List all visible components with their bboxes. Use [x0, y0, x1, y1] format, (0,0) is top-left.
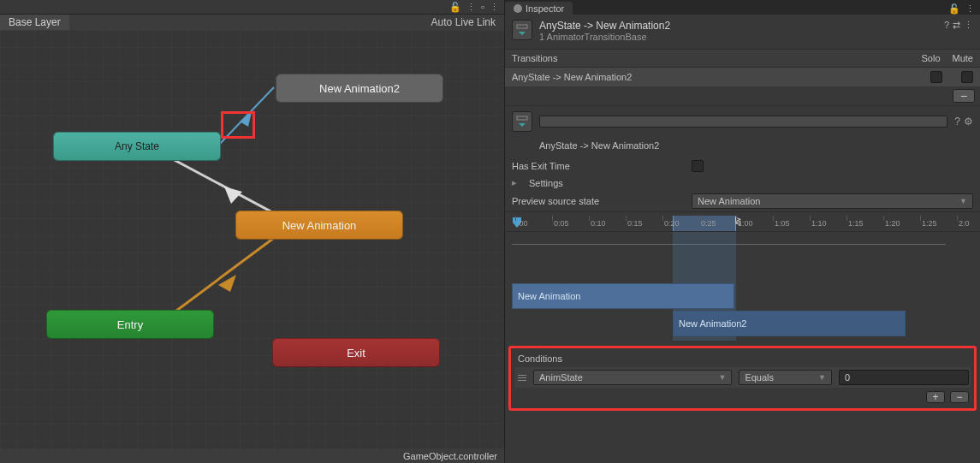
transition-icon: [512, 111, 532, 132]
tick-label: 1:10: [811, 219, 827, 228]
transition-item-label: AnyState -> New Animation2: [512, 72, 632, 82]
foldout-icon: ▸: [512, 177, 520, 188]
condition-value-input[interactable]: [839, 370, 969, 385]
svg-marker-5: [218, 275, 236, 292]
conditions-label: Conditions: [514, 350, 971, 367]
condition-operator-dropdown[interactable]: Equals ▼: [739, 370, 832, 385]
has-exit-time-checkbox[interactable]: [692, 160, 704, 172]
timeline-ruler[interactable]: ⧎ :000:050:100:150:200:251:001:051:101:1…: [505, 216, 980, 231]
preset-icon[interactable]: ⇄: [953, 20, 960, 31]
drag-handle-icon[interactable]: [516, 372, 526, 383]
help-icon[interactable]: ?: [944, 20, 949, 31]
inspector-header: AnyState -> New Animation2 1 AnimatorTra…: [505, 15, 980, 49]
solo-label: Solo: [922, 53, 941, 63]
transitions-section-head: Transitions Solo Mute: [505, 49, 980, 68]
remove-condition-button[interactable]: −: [950, 391, 969, 403]
has-exit-time-row: Has Exit Time: [505, 157, 980, 175]
transition-name-field[interactable]: [539, 116, 947, 128]
inspector-title: AnyState -> New Animation2: [539, 20, 937, 32]
conditions-section: Conditions AnimState ▼ Equals ▼ + −: [508, 346, 977, 411]
tick-label: 2:0: [959, 219, 970, 228]
animator-graph[interactable]: New Animation2 Any State New Animation E…: [0, 30, 504, 448]
preview-source-dropdown[interactable]: New Animation ▼: [692, 193, 973, 209]
preview-source-label: Preview source state: [512, 196, 683, 206]
has-exit-time-label: Has Exit Time: [512, 161, 683, 171]
svg-marker-1: [240, 112, 252, 127]
settings-label: Settings: [529, 178, 563, 188]
solo-checkbox[interactable]: [930, 71, 942, 83]
breadcrumb[interactable]: Base Layer: [0, 15, 69, 30]
add-condition-button[interactable]: +: [926, 391, 945, 403]
tick-label: 1:05: [775, 219, 790, 228]
tick-label: 1:20: [885, 219, 900, 228]
menu-icon[interactable]: ⋮: [490, 2, 499, 13]
svg-marker-3: [224, 187, 242, 204]
timeline-tracks[interactable]: New Animation New Animation2: [505, 231, 980, 341]
inspector-subtitle: 1 AnimatorTransitionBase: [539, 32, 937, 42]
dropdown-value: AnimState: [539, 372, 583, 383]
tab-inspector[interactable]: Inspector: [505, 2, 573, 15]
clip-2[interactable]: New Animation2: [673, 311, 906, 336]
chevron-down-icon: ▼: [959, 197, 967, 205]
svg-rect-7: [517, 116, 527, 120]
footer-bar: GameObject.controller: [0, 448, 504, 463]
tick-label: 1:25: [922, 219, 937, 228]
tab-label: Inspector: [526, 3, 564, 14]
breadcrumb-bar: Base Layer Auto Live Link: [0, 15, 504, 30]
transition-highlight: [221, 111, 255, 139]
clip-1[interactable]: New Animation: [512, 283, 734, 309]
transition-name-display: AnyState -> New Animation2: [505, 137, 980, 157]
state-node-exit[interactable]: Exit: [272, 338, 440, 367]
tick-label: :00: [517, 219, 528, 228]
mute-checkbox[interactable]: [961, 71, 973, 83]
state-node-new-animation[interactable]: New Animation: [235, 211, 403, 240]
tick-label: 0:05: [554, 219, 569, 228]
lock-icon[interactable]: 🔓: [948, 3, 960, 15]
remove-transition-button[interactable]: −: [953, 89, 975, 103]
transitions-label: Transitions: [512, 53, 557, 63]
gear-icon[interactable]: ⚙: [964, 116, 973, 128]
transition-timeline[interactable]: ⧎ :000:050:100:150:200:251:001:051:101:1…: [505, 211, 980, 341]
dropdown-value: Equals: [745, 372, 774, 383]
tick-label: 0:10: [591, 219, 606, 228]
chevron-down-icon: ▼: [818, 373, 826, 382]
panel-top-bar: 🔓 ⋮ ▫ ⋮: [0, 0, 504, 15]
transition-icon: [512, 20, 532, 40]
dropdown-value: New Animation: [698, 196, 760, 206]
maximize-icon[interactable]: ▫: [481, 2, 484, 13]
condition-parameter-dropdown[interactable]: AnimState ▼: [533, 370, 732, 385]
state-node-any-state[interactable]: Any State: [53, 132, 221, 161]
preview-source-row: Preview source state New Animation ▼: [505, 191, 980, 211]
state-node-new-animation2[interactable]: New Animation2: [276, 74, 443, 103]
tick-label: 0:15: [627, 219, 643, 228]
condition-row: AnimState ▼ Equals ▼: [514, 367, 971, 388]
state-node-entry[interactable]: Entry: [46, 310, 214, 339]
transition-list-item[interactable]: AnyState -> New Animation2: [505, 68, 980, 86]
svg-line-4: [163, 238, 274, 321]
info-icon: [514, 4, 522, 13]
settings-row[interactable]: ▸ Settings: [505, 175, 980, 191]
tab-bar: Inspector 🔓 ⋮: [505, 0, 980, 15]
tick-label: 0:25: [701, 219, 716, 228]
tick-label: 1:15: [848, 219, 864, 228]
lock-icon[interactable]: 🔓: [449, 2, 461, 13]
svg-rect-6: [517, 25, 527, 28]
chevron-down-icon: ▼: [718, 373, 726, 382]
auto-live-link-button[interactable]: Auto Live Link: [423, 15, 504, 30]
svg-line-0: [218, 87, 274, 145]
mute-label: Mute: [953, 53, 973, 63]
help-icon[interactable]: ?: [954, 116, 960, 128]
tick-label: 1:00: [738, 219, 753, 228]
transition-editor-row: ? ⚙: [505, 105, 980, 137]
inspector-panel: Inspector 🔓 ⋮ AnyState -> New Animation2…: [505, 0, 980, 463]
tick-label: 0:20: [664, 219, 680, 228]
menu-icon[interactable]: ⋮: [965, 3, 975, 15]
menu-icon[interactable]: ⋮: [964, 20, 973, 31]
animator-panel: 🔓 ⋮ ▫ ⋮ Base Layer Auto Live Link New An…: [0, 0, 505, 463]
dock-menu-icon[interactable]: ⋮: [466, 2, 476, 13]
